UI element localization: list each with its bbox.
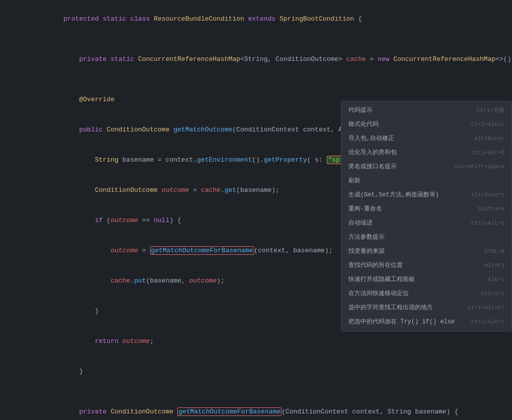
get-match-outcome-def: getMatchOutcomeForBasename <box>177 407 281 416</box>
menu-item-refresh[interactable]: 刷新 <box>341 174 511 188</box>
code-line <box>0 75 512 85</box>
menu-item-refactor-rename[interactable]: 重构·重命名 Shift+F6 <box>341 202 511 216</box>
menu-item-format[interactable]: 格式化代码 Ctrl+Alt+L <box>341 117 511 131</box>
menu-item-find-var[interactable]: 找变量的来源 CTRL+B <box>341 244 511 258</box>
cache-var: cache <box>346 55 366 63</box>
get-match-outcome-for-basename-call: getMatchOutcomeForBasename <box>150 246 254 255</box>
menu-item-generate[interactable]: 生成(Get,Set方法,构造函数等) Alt+Insert <box>341 188 511 202</box>
code-line: private ConditionOutcome getMatchOutcome… <box>0 397 512 420</box>
menu-item-class-hint[interactable]: 类名或接口名提示 Alt+Shift+Space <box>341 160 511 174</box>
menu-item-code-hint[interactable]: 代码提示 Ctrl+空格 <box>341 103 511 117</box>
menu-item-param-hint[interactable]: 方法参数提示 <box>341 230 511 244</box>
menu-item-method-nav[interactable]: 在方法间快速移动定位 Alt+1/i <box>341 287 511 301</box>
menu-item-import[interactable]: 导入包,自动修正 Alt+Enter <box>341 131 511 146</box>
code-line: } <box>0 357 512 387</box>
code-editor: protected static class ResourceBundleCon… <box>0 0 512 420</box>
menu-item-optimize-import[interactable]: 优化导入的类和包 Ctrl+Alt+O <box>341 146 511 160</box>
menu-item-auto-indent[interactable]: 自动缩进 Ctrl+Alt+I <box>341 216 511 230</box>
menu-item-surround-with[interactable]: 把选中的代码放在 Try() if() else Ctrl+Alt+T <box>341 315 511 329</box>
menu-item-find-code[interactable]: 查找代码的所在位置 Alt+F1 <box>341 258 511 272</box>
code-line: private static ConcurrentReferenceHashMa… <box>0 44 512 75</box>
menu-item-find-in-project[interactable]: 选中的字符查找工程出现的地方 Ctrl+Alt+F7 <box>341 301 511 315</box>
code-line <box>0 387 512 397</box>
context-menu: 代码提示 Ctrl+空格 格式化代码 Ctrl+Alt+L 导入包,自动修正 A… <box>341 101 512 331</box>
code-line <box>0 34 512 44</box>
menu-item-project-panel[interactable]: 快速打开或隐藏工程面板 Alt+1 <box>341 272 511 287</box>
code-line: protected static class ResourceBundleCon… <box>0 4 512 34</box>
